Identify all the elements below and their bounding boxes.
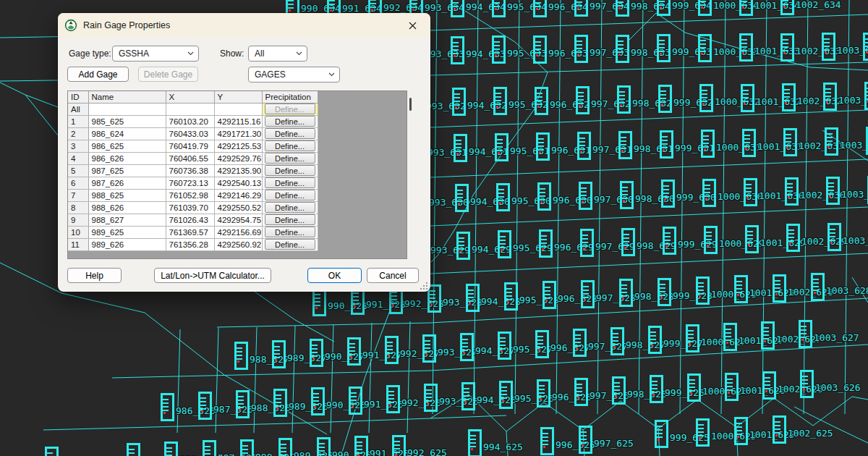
- rain-gage-marker[interactable]: 987_625: [203, 440, 216, 456]
- add-gage-button[interactable]: Add Gage: [67, 67, 129, 82]
- resize-grip[interactable]: [419, 281, 428, 290]
- rain-gage-marker[interactable]: 1003_629: [827, 223, 841, 251]
- name-cell[interactable]: [88, 103, 166, 115]
- rain-gage-marker[interactable]: 1000_630: [702, 179, 716, 207]
- y-cell[interactable]: 4292156.69: [214, 226, 262, 238]
- rain-gage-marker[interactable]: 998_629: [621, 228, 635, 256]
- rain-gage-marker[interactable]: 1000_633: [698, 34, 712, 62]
- rain-gage-marker[interactable]: 997_631: [577, 132, 591, 160]
- y-cell[interactable]: 4292125.53: [214, 140, 262, 152]
- x-cell[interactable]: 761039.70: [166, 201, 214, 214]
- rain-gage-marker[interactable]: 995_634: [492, 0, 506, 17]
- rain-gage-marker[interactable]: 996_632: [535, 87, 548, 115]
- rain-gage-marker[interactable]: 998_628: [619, 279, 633, 307]
- rain-gage-marker[interactable]: 1002_633: [780, 33, 794, 62]
- rain-gage-marker[interactable]: 1003_627: [799, 320, 812, 348]
- rain-gage-marker[interactable]: 990_625: [317, 437, 331, 456]
- rain-gage-marker[interactable]: 992_627: [385, 336, 399, 364]
- rain-gage-marker[interactable]: 995_626: [499, 381, 513, 409]
- rain-gage-marker[interactable]: 991_627: [347, 337, 361, 366]
- rain-gage-marker[interactable]: 1004_633: [863, 33, 868, 61]
- rain-gage-marker[interactable]: 996_630: [537, 182, 551, 211]
- rain-gage-marker[interactable]: 1002_632: [782, 83, 796, 111]
- rain-gage-marker[interactable]: 1001_628: [734, 275, 748, 303]
- rain-gage-marker[interactable]: 1000_627: [686, 324, 699, 352]
- rain-gage-marker[interactable]: 1003_631: [825, 127, 838, 156]
- define-button[interactable]: Define...: [265, 128, 315, 139]
- latlon-utm-calculator-button[interactable]: Lat/Lon->UTM Calculator...: [154, 268, 271, 283]
- y-cell[interactable]: 4291721.30: [214, 127, 262, 140]
- rain-gage-marker[interactable]: 991_625: [354, 436, 368, 456]
- rain-gage-marker[interactable]: 990_626: [311, 387, 325, 415]
- x-cell[interactable]: 761356.28: [166, 238, 214, 250]
- dialog-titlebar[interactable]: Rain Gage Properties: [58, 13, 430, 38]
- y-cell[interactable]: 4292954.75: [214, 214, 262, 226]
- rain-gage-marker[interactable]: 1001_632: [741, 84, 754, 112]
- show-select[interactable]: All: [248, 46, 307, 62]
- rain-gage-marker[interactable]: 1000_629: [704, 226, 718, 254]
- coverage-select[interactable]: GAGES: [248, 67, 340, 83]
- rain-gage-marker[interactable]: 989_627: [272, 340, 286, 368]
- rain-gage-marker[interactable]: 990_628: [312, 288, 326, 316]
- gage-type-select[interactable]: GSSHA: [112, 46, 199, 62]
- rain-gage-marker[interactable]: 999_625: [655, 420, 668, 448]
- rain-gage-marker[interactable]: 1004_632: [864, 82, 868, 110]
- rain-gage-marker[interactable]: 994_633: [451, 36, 464, 64]
- name-cell[interactable]: 987_625: [88, 164, 166, 177]
- rain-gage-marker[interactable]: 996_633: [533, 35, 547, 64]
- name-cell[interactable]: 989_625: [88, 226, 166, 238]
- rain-gage-marker[interactable]: 995_631: [495, 133, 509, 161]
- rain-gage-marker[interactable]: 1002_628: [773, 274, 786, 303]
- rain-gage-marker[interactable]: 1001_625: [734, 417, 748, 445]
- rain-gage-marker[interactable]: 996_625: [540, 427, 554, 455]
- x-cell[interactable]: 761369.57: [166, 226, 214, 238]
- rain-gage-marker[interactable]: 998_626: [612, 376, 626, 405]
- rain-gage-marker[interactable]: 994_631: [454, 134, 467, 162]
- rain-gage-marker[interactable]: 1002_629: [786, 224, 800, 252]
- rain-gage-marker[interactable]: [45, 447, 59, 456]
- table-scrollbar[interactable]: [409, 92, 412, 257]
- define-button[interactable]: Define...: [265, 227, 315, 237]
- rain-gage-marker[interactable]: 1002_634: [780, 0, 794, 15]
- rain-gage-marker[interactable]: 998_632: [617, 85, 631, 114]
- rain-gage-marker[interactable]: 995_632: [493, 87, 507, 115]
- name-cell[interactable]: 988_625: [88, 189, 166, 201]
- rain-gage-marker[interactable]: 999_628: [658, 278, 671, 306]
- x-cell[interactable]: 760406.55: [166, 152, 214, 164]
- rain-gage-marker[interactable]: 989_626: [273, 389, 287, 417]
- name-cell[interactable]: 989_626: [88, 238, 166, 250]
- define-button[interactable]: Define...: [265, 190, 315, 200]
- rain-gage-marker[interactable]: 1002_626: [762, 371, 776, 400]
- rain-gage-marker[interactable]: 994_632: [452, 88, 466, 116]
- rain-gage-marker[interactable]: 988_626: [236, 390, 250, 418]
- rain-gage-marker[interactable]: 1000_625: [696, 418, 710, 447]
- rain-gage-marker[interactable]: 997_634: [574, 0, 588, 17]
- rain-gage-marker[interactable]: 999_627: [648, 326, 662, 354]
- y-cell[interactable]: 4292550.52: [214, 201, 262, 214]
- x-cell[interactable]: 760723.13: [166, 177, 214, 189]
- define-button[interactable]: Define...: [265, 116, 315, 127]
- define-button[interactable]: Define...: [265, 177, 315, 188]
- name-cell[interactable]: 988_626: [88, 201, 166, 214]
- rain-gage-marker[interactable]: 999_633: [657, 34, 671, 62]
- name-cell[interactable]: 986_625: [88, 140, 166, 152]
- define-button[interactable]: Define...: [265, 202, 315, 213]
- rain-gage-marker[interactable]: 998_634: [616, 0, 629, 17]
- rain-gage-marker[interactable]: 992_625: [392, 435, 406, 456]
- rain-gage-marker[interactable]: 1001_627: [723, 323, 737, 351]
- y-cell[interactable]: 4292540.13: [214, 177, 262, 189]
- rain-gage-marker[interactable]: 997_629: [580, 229, 594, 257]
- x-cell[interactable]: 761026.43: [166, 214, 214, 226]
- rain-gage-marker[interactable]: 1003_632: [823, 83, 837, 111]
- y-cell[interactable]: 4292115.16: [214, 115, 262, 127]
- rain-gage-marker[interactable]: 997_627: [573, 329, 587, 357]
- rain-gage-marker[interactable]: 995_630: [496, 183, 510, 211]
- rain-gage-marker[interactable]: 998_633: [616, 35, 629, 63]
- define-button[interactable]: Define...: [265, 165, 315, 176]
- x-cell[interactable]: 760103.20: [166, 115, 214, 127]
- y-cell[interactable]: 4292560.92: [214, 238, 262, 250]
- rain-gage-marker[interactable]: 997_630: [579, 182, 592, 210]
- ok-button[interactable]: OK: [307, 268, 362, 283]
- rain-gage-marker[interactable]: 1000_626: [687, 373, 701, 402]
- rain-gage-marker[interactable]: 1001_633: [739, 33, 753, 62]
